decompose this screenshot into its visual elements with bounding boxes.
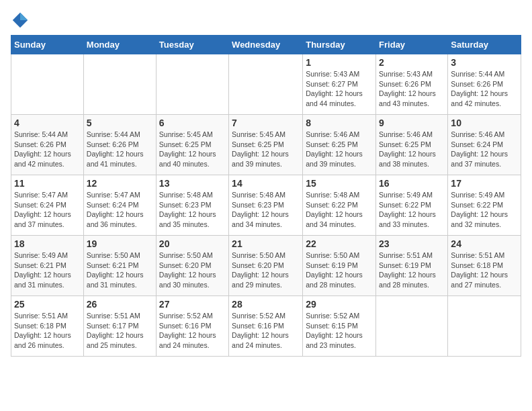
calendar-cell: 14Sunrise: 5:48 AMSunset: 6:23 PMDayligh…: [229, 175, 303, 236]
calendar-cell: 11Sunrise: 5:47 AMSunset: 6:24 PMDayligh…: [11, 175, 84, 236]
day-number: 4: [14, 118, 81, 128]
day-info: Sunrise: 5:45 AMSunset: 6:25 PMDaylight:…: [232, 130, 300, 169]
calendar-cell: 18Sunrise: 5:49 AMSunset: 6:21 PMDayligh…: [11, 236, 84, 296]
calendar-cell: [11, 54, 84, 115]
day-info: Sunrise: 5:47 AMSunset: 6:24 PMDaylight:…: [87, 190, 153, 230]
calendar-cell: 12Sunrise: 5:47 AMSunset: 6:24 PMDayligh…: [83, 175, 156, 236]
day-number: 1: [306, 57, 373, 68]
day-number: 29: [306, 299, 373, 310]
day-info: Sunrise: 5:51 AMSunset: 6:18 PMDaylight:…: [451, 250, 518, 290]
col-header-thursday: Thursday: [303, 36, 376, 54]
day-number: 26: [87, 299, 153, 310]
col-header-sunday: Sunday: [11, 36, 84, 54]
day-number: 19: [87, 238, 153, 249]
calendar-cell: 9Sunrise: 5:46 AMSunset: 6:25 PMDaylight…: [376, 115, 448, 175]
col-header-saturday: Saturday: [448, 36, 521, 54]
col-header-monday: Monday: [83, 36, 156, 54]
calendar-cell: 13Sunrise: 5:48 AMSunset: 6:23 PMDayligh…: [156, 175, 228, 236]
day-number: 5: [87, 118, 153, 128]
day-number: 3: [451, 57, 518, 68]
day-info: Sunrise: 5:44 AMSunset: 6:26 PMDaylight:…: [14, 130, 81, 169]
day-number: 23: [379, 238, 445, 249]
day-number: 15: [306, 178, 373, 189]
calendar-cell: [376, 296, 448, 357]
svg-marker-1: [20, 13, 28, 20]
day-info: Sunrise: 5:43 AMSunset: 6:27 PMDaylight:…: [306, 69, 373, 109]
calendar-cell: 1Sunrise: 5:43 AMSunset: 6:27 PMDaylight…: [303, 54, 376, 115]
day-info: Sunrise: 5:45 AMSunset: 6:25 PMDaylight:…: [159, 130, 226, 169]
calendar-cell: 5Sunrise: 5:44 AMSunset: 6:26 PMDaylight…: [83, 115, 156, 175]
day-number: 2: [379, 57, 445, 68]
day-number: 21: [232, 238, 300, 249]
calendar-cell: 25Sunrise: 5:51 AMSunset: 6:18 PMDayligh…: [11, 296, 84, 357]
calendar-cell: [156, 54, 228, 115]
calendar-cell: 10Sunrise: 5:46 AMSunset: 6:24 PMDayligh…: [448, 115, 521, 175]
day-info: Sunrise: 5:49 AMSunset: 6:22 PMDaylight:…: [379, 190, 445, 230]
day-info: Sunrise: 5:44 AMSunset: 6:26 PMDaylight:…: [87, 130, 153, 169]
calendar-cell: 3Sunrise: 5:44 AMSunset: 6:26 PMDaylight…: [448, 54, 521, 115]
day-info: Sunrise: 5:50 AMSunset: 6:20 PMDaylight:…: [232, 250, 300, 290]
day-number: 14: [232, 178, 300, 189]
calendar-cell: 29Sunrise: 5:52 AMSunset: 6:15 PMDayligh…: [303, 296, 376, 357]
day-info: Sunrise: 5:48 AMSunset: 6:22 PMDaylight:…: [306, 190, 373, 230]
day-number: 16: [379, 178, 445, 189]
day-number: 11: [14, 178, 81, 189]
calendar-cell: [448, 296, 521, 357]
day-info: Sunrise: 5:43 AMSunset: 6:26 PMDaylight:…: [379, 69, 445, 109]
calendar-cell: 23Sunrise: 5:51 AMSunset: 6:19 PMDayligh…: [376, 236, 448, 296]
calendar-cell: 22Sunrise: 5:50 AMSunset: 6:19 PMDayligh…: [303, 236, 376, 296]
day-info: Sunrise: 5:52 AMSunset: 6:16 PMDaylight:…: [232, 311, 300, 351]
day-info: Sunrise: 5:51 AMSunset: 6:17 PMDaylight:…: [87, 311, 153, 351]
calendar-cell: 8Sunrise: 5:46 AMSunset: 6:25 PMDaylight…: [303, 115, 376, 175]
day-info: Sunrise: 5:52 AMSunset: 6:15 PMDaylight:…: [306, 311, 373, 351]
day-info: Sunrise: 5:46 AMSunset: 6:24 PMDaylight:…: [451, 130, 518, 169]
day-number: 9: [379, 118, 445, 128]
calendar-cell: 20Sunrise: 5:50 AMSunset: 6:20 PMDayligh…: [156, 236, 228, 296]
calendar-cell: [83, 54, 156, 115]
day-info: Sunrise: 5:51 AMSunset: 6:18 PMDaylight:…: [14, 311, 81, 351]
day-info: Sunrise: 5:50 AMSunset: 6:20 PMDaylight:…: [159, 250, 226, 290]
day-info: Sunrise: 5:50 AMSunset: 6:19 PMDaylight:…: [306, 250, 373, 290]
logo: [11, 11, 32, 30]
calendar-cell: 15Sunrise: 5:48 AMSunset: 6:22 PMDayligh…: [303, 175, 376, 236]
day-info: Sunrise: 5:46 AMSunset: 6:25 PMDaylight:…: [379, 130, 445, 169]
calendar-cell: 26Sunrise: 5:51 AMSunset: 6:17 PMDayligh…: [83, 296, 156, 357]
day-number: 8: [306, 118, 373, 128]
day-number: 13: [159, 178, 226, 189]
day-info: Sunrise: 5:49 AMSunset: 6:22 PMDaylight:…: [451, 190, 518, 230]
day-info: Sunrise: 5:49 AMSunset: 6:21 PMDaylight:…: [14, 250, 81, 290]
day-number: 18: [14, 238, 81, 249]
day-number: 12: [87, 178, 153, 189]
day-number: 24: [451, 238, 518, 249]
calendar-cell: 2Sunrise: 5:43 AMSunset: 6:26 PMDaylight…: [376, 54, 448, 115]
calendar-cell: 6Sunrise: 5:45 AMSunset: 6:25 PMDaylight…: [156, 115, 228, 175]
day-number: 10: [451, 118, 518, 128]
calendar-cell: 7Sunrise: 5:45 AMSunset: 6:25 PMDaylight…: [229, 115, 303, 175]
day-info: Sunrise: 5:44 AMSunset: 6:26 PMDaylight:…: [451, 69, 518, 109]
day-info: Sunrise: 5:46 AMSunset: 6:25 PMDaylight:…: [306, 130, 373, 169]
col-header-wednesday: Wednesday: [229, 36, 303, 54]
day-number: 28: [232, 299, 300, 310]
day-info: Sunrise: 5:47 AMSunset: 6:24 PMDaylight:…: [14, 190, 81, 230]
day-number: 22: [306, 238, 373, 249]
day-number: 20: [159, 238, 226, 249]
day-info: Sunrise: 5:51 AMSunset: 6:19 PMDaylight:…: [379, 250, 445, 290]
calendar-table: SundayMondayTuesdayWednesdayThursdayFrid…: [11, 35, 521, 357]
calendar-cell: 4Sunrise: 5:44 AMSunset: 6:26 PMDaylight…: [11, 115, 84, 175]
day-number: 6: [159, 118, 226, 128]
logo-icon: [11, 11, 30, 30]
calendar-cell: 27Sunrise: 5:52 AMSunset: 6:16 PMDayligh…: [156, 296, 228, 357]
page-header: [11, 11, 521, 30]
day-number: 7: [232, 118, 300, 128]
calendar-cell: 28Sunrise: 5:52 AMSunset: 6:16 PMDayligh…: [229, 296, 303, 357]
calendar-cell: 19Sunrise: 5:50 AMSunset: 6:21 PMDayligh…: [83, 236, 156, 296]
day-number: 27: [159, 299, 226, 310]
calendar-cell: 21Sunrise: 5:50 AMSunset: 6:20 PMDayligh…: [229, 236, 303, 296]
calendar-cell: 17Sunrise: 5:49 AMSunset: 6:22 PMDayligh…: [448, 175, 521, 236]
day-info: Sunrise: 5:50 AMSunset: 6:21 PMDaylight:…: [87, 250, 153, 290]
calendar-cell: [229, 54, 303, 115]
calendar-cell: 24Sunrise: 5:51 AMSunset: 6:18 PMDayligh…: [448, 236, 521, 296]
day-info: Sunrise: 5:52 AMSunset: 6:16 PMDaylight:…: [159, 311, 226, 351]
calendar-cell: 16Sunrise: 5:49 AMSunset: 6:22 PMDayligh…: [376, 175, 448, 236]
col-header-tuesday: Tuesday: [156, 36, 228, 54]
